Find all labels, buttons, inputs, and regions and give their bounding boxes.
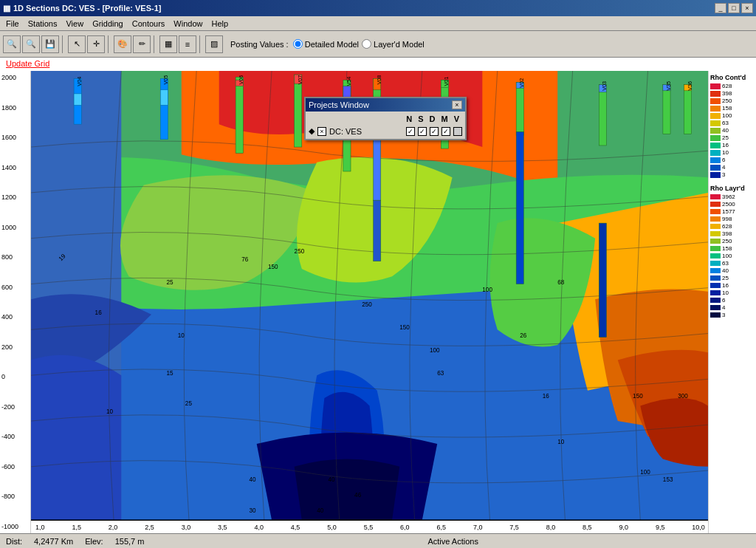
svg-rect-9 (236, 77, 243, 153)
close-check[interactable]: × (317, 127, 326, 136)
legend2-color-1577 (710, 209, 721, 214)
legend1-color-40 (710, 128, 721, 134)
menu-gridding[interactable]: Gridding (88, 18, 128, 30)
select-btn[interactable]: ↖ (68, 35, 86, 53)
svg-rect-28 (516, 131, 523, 284)
legend2-item-6: 6 (710, 297, 755, 304)
menu-contours[interactable]: Contours (128, 18, 170, 30)
legend1-item-398: 398 (710, 90, 755, 97)
x-5.5: 5,5 (364, 524, 374, 531)
legend1-color-250 (710, 98, 721, 104)
legend1-val-63: 63 (722, 120, 729, 126)
legend2-color-4 (710, 305, 721, 310)
legend2-item-25: 25 (710, 275, 755, 281)
svg-text:16: 16 (95, 309, 102, 316)
check-d[interactable]: ✓ (430, 127, 439, 136)
legend2-color-16 (710, 283, 721, 288)
y-label-1000: 1000 (1, 224, 29, 231)
svg-text:40: 40 (249, 476, 255, 483)
legend1-item-6: 6 (710, 157, 755, 163)
chart-btn[interactable]: ≡ (179, 35, 196, 53)
col-n: N (406, 114, 412, 123)
svg-text:15: 15 (166, 370, 173, 377)
zoom-btn[interactable]: 🔍 (3, 35, 21, 53)
legend2-title: Rho Layr'd (710, 185, 755, 192)
x-2.0: 2,0 (109, 524, 118, 531)
legend2-val-250: 250 (722, 238, 732, 244)
save-btn[interactable]: 💾 (41, 35, 59, 53)
minimize-button[interactable]: _ (715, 3, 726, 13)
move-btn[interactable]: ✛ (87, 35, 105, 53)
svg-text:25: 25 (185, 400, 192, 407)
svg-text:25: 25 (166, 279, 173, 286)
check-m[interactable]: ✓ (441, 127, 450, 136)
radio-group: Detailed Model Layer'd Model (293, 39, 425, 49)
col-d: D (430, 114, 436, 123)
legend1-color-100 (710, 113, 721, 119)
svg-rect-7 (160, 90, 168, 106)
projects-window-title: Projects Window (309, 100, 369, 109)
check-s[interactable]: ✓ (418, 127, 427, 136)
svg-text:40: 40 (317, 507, 323, 514)
zoom-out-btn[interactable]: 🔍 (22, 35, 40, 53)
projects-window-close[interactable]: × (452, 100, 462, 109)
x-5.0: 5,0 (327, 524, 337, 531)
y-label-600: 600 (1, 284, 29, 291)
legend2-val-398: 398 (722, 230, 732, 237)
x-9.0: 9,0 (619, 524, 629, 531)
chart-area[interactable]: V04 V05 V06 V07 V54 (31, 71, 708, 520)
legend2-color-2500 (710, 202, 721, 207)
svg-text:V05: V05 (163, 75, 169, 85)
legend2-item-3: 3 (710, 312, 755, 318)
elev-label: Elev: (85, 537, 103, 546)
radio-detailed[interactable]: Detailed Model (293, 39, 359, 49)
y-label-400: 400 (1, 313, 29, 321)
menu-file[interactable]: File (1, 18, 24, 30)
legend2-val-10: 10 (722, 290, 729, 296)
sep4 (199, 35, 202, 53)
app-icon: ▦ (3, 4, 10, 13)
y-axis: 2000 1800 1600 1400 1200 1000 800 600 40… (0, 71, 31, 533)
svg-text:V35: V35 (666, 81, 672, 91)
close-button[interactable]: × (741, 3, 753, 13)
radio-layerd[interactable]: Layer'd Model (362, 39, 425, 49)
check-v[interactable] (453, 127, 462, 136)
color-btn[interactable]: 🎨 (114, 35, 131, 53)
legend2-item-10: 10 (710, 290, 755, 296)
legend2-val-1577: 1577 (722, 208, 735, 215)
sep1 (62, 35, 65, 53)
check-n[interactable]: ✓ (406, 127, 415, 136)
update-grid-link[interactable]: Update Grid (3, 58, 52, 69)
svg-text:V01: V01 (444, 77, 450, 86)
grid-btn[interactable]: ▦ (159, 35, 177, 53)
display-btn[interactable]: ▨ (205, 35, 223, 53)
legend2-val-16: 16 (722, 282, 729, 289)
legend2-val-4: 4 (722, 304, 725, 311)
dist-value: 4,2477 Km (34, 537, 73, 546)
legend-spacer (710, 179, 755, 185)
y-label-n600: -600 (1, 463, 29, 470)
menu-help[interactable]: Help (207, 18, 233, 30)
col-m: M (441, 114, 447, 123)
title-bar-controls: _ □ × (715, 3, 753, 13)
main-area: 2000 1800 1600 1400 1200 1000 800 600 40… (0, 71, 756, 533)
legend1-item-10: 10 (710, 149, 755, 156)
legend2-item-4: 4 (710, 304, 755, 311)
maximize-button[interactable]: □ (728, 3, 740, 13)
menu-window[interactable]: Window (169, 18, 207, 30)
expand-icon[interactable]: ◆ (309, 126, 315, 136)
x-8.5: 8,5 (583, 524, 592, 531)
menu-view[interactable]: View (61, 18, 88, 30)
menu-stations[interactable]: Stations (24, 18, 62, 30)
legend2-color-158 (710, 246, 721, 251)
svg-text:63: 63 (437, 370, 444, 377)
legend1-val-250: 250 (722, 97, 732, 104)
legend2-color-3 (710, 312, 721, 318)
legend1-val-398: 398 (722, 90, 732, 97)
x-10.0: 10,0 (692, 524, 705, 531)
svg-text:68: 68 (557, 279, 564, 286)
brush-btn[interactable]: ✏ (133, 35, 151, 53)
svg-text:300: 300 (678, 393, 688, 400)
title-bar: ▦ 1D Sections DC: VES - [Profile: VES-1]… (0, 0, 756, 16)
svg-text:250: 250 (295, 248, 305, 255)
